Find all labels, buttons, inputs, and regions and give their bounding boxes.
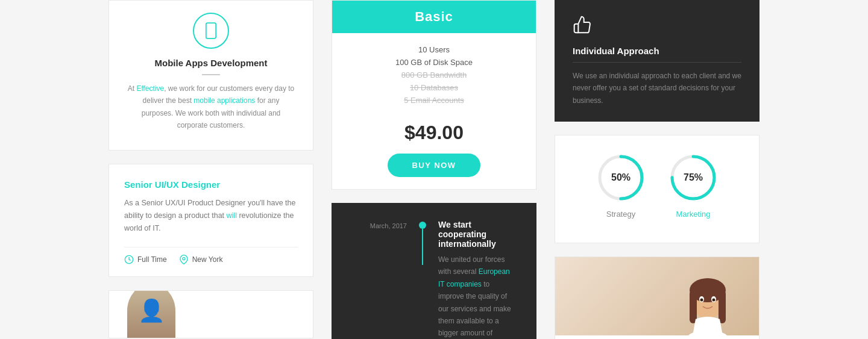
frances-card: Frances Watson Support Operator GET IN T… [555, 257, 760, 339]
column-2: Basic 10 Users 100 GB of Disk Space 800 … [332, 0, 536, 339]
feature-bandwidth: 800 GB Bandwidth [344, 70, 524, 79]
svg-point-15 [712, 299, 715, 302]
column-1: Mobile Apps Development At Effective, we… [108, 0, 313, 339]
svg-rect-11 [719, 290, 726, 323]
timeline-date: March, 2017 [370, 222, 407, 229]
location-icon [179, 255, 189, 264]
buy-now-button[interactable]: BUY NOW [388, 154, 480, 177]
brand-highlight: Effective [136, 84, 164, 93]
feature-databases: 10 Databases [344, 83, 524, 92]
frances-portrait-svg [656, 257, 759, 335]
strategy-ring-item: 50% Strategy [594, 151, 648, 219]
person-preview: 👤 [109, 290, 175, 338]
pricing-price: $49.00 [332, 122, 536, 144]
svg-point-3 [183, 258, 185, 260]
marketing-percent-text: 75% [684, 172, 703, 182]
job-location-item: New York [179, 255, 223, 264]
skills-card: 50% Strategy 75% Marketing [555, 135, 760, 243]
approach-description: We use an individual approach to each cl… [573, 70, 741, 107]
job-type-label: Full Time [137, 255, 167, 264]
job-type-item: Full Time [124, 255, 167, 264]
skills-rings-container: 50% Strategy 75% Marketing [567, 151, 747, 219]
strategy-ring-svg: 50% [594, 151, 648, 205]
timeline-line [422, 229, 423, 265]
mobile-card-description: At Effective, we work for our customers … [127, 82, 295, 132]
timeline-connector [419, 220, 426, 265]
mobile-apps-card: Mobile Apps Development At Effective, we… [108, 0, 313, 151]
timeline-title: We start cooperating internationally [438, 220, 515, 249]
feature-disk: 100 GB of Disk Space [344, 58, 524, 67]
job-meta: Full Time New York [124, 247, 298, 264]
svg-rect-0 [206, 23, 216, 39]
job-highlight: will [227, 211, 237, 220]
job-description: As a Senior UX/UI Product Designer you'l… [124, 197, 298, 235]
timeline-content: We start cooperating internationally We … [438, 220, 515, 339]
job-card: Senior UI/UX Designer As a Senior UX/UI … [108, 164, 313, 278]
feature-users: 10 Users [344, 45, 524, 54]
frances-info: Frances Watson Support Operator GET IN T… [555, 335, 759, 339]
approach-card: Individual Approach We use an individual… [555, 0, 760, 122]
smartphone-icon [203, 22, 219, 39]
marketing-ring-svg: 75% [666, 151, 720, 205]
approach-divider [573, 62, 741, 63]
frances-photo [555, 257, 759, 335]
approach-title: Individual Approach [573, 46, 741, 56]
mobile-card-divider [202, 74, 220, 75]
timeline-dot [419, 222, 426, 229]
job-title: Senior UI/UX Designer [124, 179, 298, 190]
person-bottom-card: 👤 [108, 290, 313, 338]
strategy-percent-text: 50% [611, 172, 631, 182]
svg-rect-10 [690, 290, 697, 323]
timeline-highlight: European IT companies [438, 267, 510, 288]
pricing-features: 10 Users 100 GB of Disk Space 800 GB Ban… [332, 33, 536, 114]
strategy-label: Strategy [606, 210, 635, 219]
thumbs-up-icon [573, 15, 592, 34]
mobile-icon-circle [193, 13, 229, 49]
marketing-label: Marketing [676, 210, 710, 219]
column-3: Individual Approach We use an individual… [555, 0, 760, 339]
timeline-card: March, 2017 We start cooperating interna… [332, 203, 536, 339]
marketing-ring-item: 75% Marketing [666, 151, 720, 219]
apps-highlight: mobile applications [193, 96, 255, 105]
job-location-label: New York [192, 255, 223, 264]
timeline-description: We united our forces with several Europe… [438, 253, 515, 339]
pricing-header: Basic [332, 1, 536, 33]
pricing-card: Basic 10 Users 100 GB of Disk Space 800 … [332, 0, 536, 190]
clock-icon [124, 255, 134, 264]
pricing-plan-name: Basic [341, 9, 527, 25]
person-avatar-bottom: 👤 [127, 290, 175, 338]
svg-point-14 [700, 299, 703, 302]
approach-icon [573, 15, 741, 39]
timeline-date-section: March, 2017 [353, 220, 407, 231]
mobile-card-title: Mobile Apps Development [127, 58, 295, 68]
frances-photo-bg [555, 257, 759, 335]
feature-email: 5 Email Accounts [344, 96, 524, 105]
